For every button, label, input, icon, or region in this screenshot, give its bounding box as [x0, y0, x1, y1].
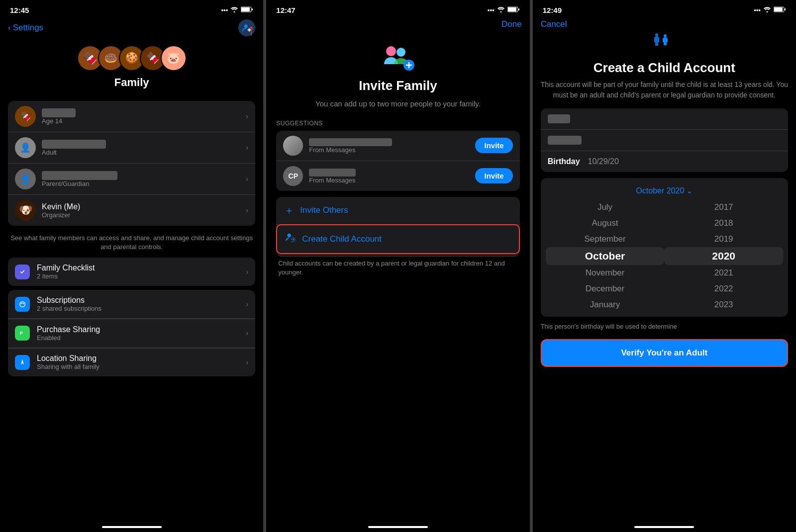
invite-subtitle: You can add up to two more people to you…: [276, 98, 519, 110]
year-2021[interactable]: 2021: [664, 265, 783, 281]
purchase-icon: P: [15, 326, 30, 341]
invite-title: Invite Family: [276, 78, 519, 93]
cancel-button[interactable]: Cancel: [541, 19, 567, 29]
location-icon: [15, 355, 30, 370]
svg-point-0: [234, 11, 235, 13]
member-avatar-1: 🍫: [15, 106, 36, 127]
member-info-3: ███████ ██████ Parent/Guardian: [42, 171, 246, 187]
time-2: 12:47: [276, 6, 295, 14]
chevron-left-icon: ‹: [8, 23, 11, 33]
subscriptions-subtitle: 2 shared subscriptions: [37, 305, 246, 312]
feature-checklist: Family Checklist 2 items ›: [8, 258, 255, 286]
member-name-2: ███████ ████: [42, 140, 246, 149]
year-2020[interactable]: 2020: [664, 247, 783, 265]
member-info-2: ███████ ████ Adult: [42, 140, 246, 156]
create-child-title: Create a Child Account: [541, 60, 788, 76]
invite-others-row[interactable]: ＋ Invite Others: [276, 197, 519, 224]
selected-month-year: October 2020: [636, 186, 684, 195]
home-indicator-1: [102, 526, 162, 528]
year-2018[interactable]: 2018: [664, 215, 783, 231]
member-row-1[interactable]: 🍫 ██████ Age 14 ›: [8, 101, 255, 132]
done-button[interactable]: Done: [501, 19, 522, 29]
invite-content: Invite Family You can add up to two more…: [266, 33, 529, 522]
wifi-icon-2: [497, 6, 505, 14]
purchase-title: Purchase Sharing: [37, 325, 246, 334]
member-info-1: ██████ Age 14: [42, 108, 246, 125]
signal-icon-3: ▪▪▪: [754, 6, 761, 14]
wifi-icon: [230, 6, 238, 14]
create-child-label: Create Child Account: [302, 234, 382, 244]
first-name-row: ████: [541, 108, 788, 130]
month-july[interactable]: July: [546, 199, 665, 215]
year-2023[interactable]: 2023: [664, 297, 783, 313]
family-checklist-row[interactable]: Family Checklist 2 items ›: [8, 258, 255, 286]
child-account-note: Child accounts can be created by a paren…: [276, 259, 519, 277]
date-picker[interactable]: October 2020 ⌄ July August September Oct…: [541, 178, 788, 317]
invite-button-2[interactable]: Invite: [475, 168, 512, 183]
svg-point-19: [288, 234, 291, 237]
month-august[interactable]: August: [546, 215, 665, 231]
invite-others-label: Invite Others: [300, 205, 348, 215]
suggestion-row-1: ███ ████████ █████ From Messages Invite: [276, 131, 519, 161]
member-avatar-3: 👤: [15, 169, 36, 189]
checklist-info: Family Checklist 2 items: [37, 264, 246, 280]
year-2022[interactable]: 2022: [664, 281, 783, 297]
suggestion-info-1: ███ ████████ █████ From Messages: [309, 138, 475, 154]
svg-point-21: [766, 11, 768, 13]
member-name-3: ███████ ██████: [42, 171, 246, 180]
checklist-subtitle: 2 items: [37, 272, 246, 280]
suggestion-row-2: CP ████ █████ From Messages Invite: [276, 161, 519, 191]
svg-rect-13: [518, 8, 519, 10]
create-child-account-row[interactable]: Create Child Account: [276, 224, 519, 254]
subscriptions-icon: [15, 297, 30, 312]
checklist-chevron: ›: [246, 267, 248, 276]
member-row-2[interactable]: 👤 ███████ ████ Adult ›: [8, 132, 255, 164]
month-selector-header[interactable]: October 2020 ⌄: [541, 182, 788, 199]
avatar-first: 🐷: [161, 45, 187, 71]
status-bar-2: 12:47 ▪▪▪: [266, 0, 529, 17]
member-list: 🍫 ██████ Age 14 › 👤 ███████ ████ Adult: [8, 101, 255, 226]
signal-icon-2: ▪▪▪: [488, 6, 495, 14]
back-to-settings[interactable]: ‹ Settings: [8, 23, 43, 33]
month-picker-col: July August September October November D…: [546, 199, 665, 313]
home-indicator-3: [634, 526, 694, 528]
verify-adult-button[interactable]: Verify You're an Adult: [541, 339, 788, 367]
suggestion-source-2: From Messages: [309, 177, 475, 184]
chevron-icon-3: ›: [246, 175, 248, 183]
year-2019[interactable]: 2019: [664, 231, 783, 247]
subscriptions-chevron: ›: [246, 300, 248, 309]
nav-bar-3: Cancel: [533, 17, 796, 33]
checklist-title: Family Checklist: [37, 264, 246, 272]
time-3: 12:49: [543, 6, 562, 14]
home-indicator-2: [368, 526, 428, 528]
location-sharing-row[interactable]: Location Sharing Sharing with all family…: [8, 348, 255, 376]
svg-text:P: P: [20, 331, 23, 336]
battery-icon: [241, 6, 253, 14]
invite-button-1[interactable]: Invite: [475, 138, 512, 153]
status-icons-3: ▪▪▪: [754, 6, 786, 14]
purchase-sharing-row[interactable]: P Purchase Sharing Enabled ›: [8, 319, 255, 348]
member-role-4: Organizer: [42, 211, 246, 219]
member-row-4[interactable]: 🐶 Kevin (Me) Organizer ›: [8, 195, 255, 226]
family-description: See what family members can access and s…: [0, 230, 263, 252]
member-avatar-2: 👤: [15, 137, 36, 158]
svg-point-10: [500, 11, 501, 13]
picker-rows: July August September October November D…: [541, 199, 788, 313]
month-october[interactable]: October: [546, 247, 665, 265]
status-bar-3: 12:49 ▪▪▪: [533, 0, 796, 17]
wifi-icon-3: [763, 6, 771, 14]
subscriptions-row[interactable]: Subscriptions 2 shared subscriptions ›: [8, 290, 255, 319]
create-child-subtitle: This account will be part of your family…: [541, 80, 788, 100]
feature-section-2: Subscriptions 2 shared subscriptions › P…: [8, 290, 255, 376]
month-november[interactable]: November: [546, 265, 665, 281]
month-september[interactable]: September: [546, 231, 665, 247]
month-december[interactable]: December: [546, 281, 665, 297]
year-2017[interactable]: 2017: [664, 199, 783, 215]
suggestion-info-2: ████ █████ From Messages: [309, 168, 475, 184]
purchase-info: Purchase Sharing Enabled: [37, 325, 246, 342]
chevron-down-icon: ⌄: [686, 186, 693, 195]
month-january[interactable]: January: [546, 297, 665, 313]
member-row-3[interactable]: 👤 ███████ ██████ Parent/Guardian ›: [8, 164, 255, 195]
child-account-icon-area: [541, 33, 788, 53]
suggestion-avatar-2: CP: [283, 166, 303, 186]
